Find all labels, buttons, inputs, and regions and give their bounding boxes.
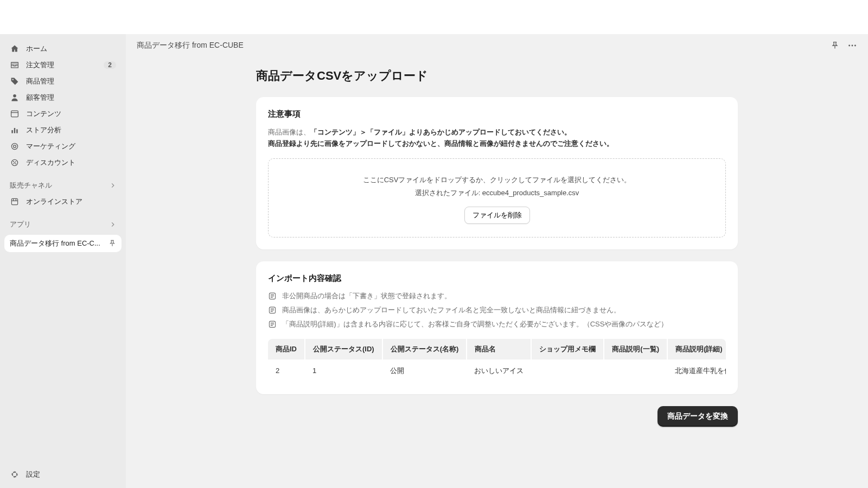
dropzone-instruction: ここにCSVファイルをドロップするか、クリックしてファイルを選択してください。 <box>277 175 717 185</box>
discount-icon <box>10 158 20 168</box>
sidebar-item-label: 顧客管理 <box>26 93 116 102</box>
import-note-text: 非公開商品の場合は「下書き」状態で登録されます。 <box>282 291 451 301</box>
import-confirm-card: インポート内容確認 非公開商品の場合は「下書き」状態で登録されます。 商品画像は… <box>256 261 738 394</box>
sidebar-app-pill[interactable]: 商品データ移行 from EC-C... <box>4 235 122 252</box>
app-title: 商品データ移行 from EC-CUBE <box>137 41 244 50</box>
notice-line1-bold: 「コンテンツ」＞「ファイル」よりあらかじめアップロードしておいてください。 <box>310 128 571 136</box>
svg-point-7 <box>14 145 16 148</box>
sidebar-item-label: マーケティング <box>26 142 116 151</box>
svg-point-1 <box>13 94 16 98</box>
orders-badge: 2 <box>104 61 116 69</box>
person-icon <box>10 93 20 102</box>
gear-icon <box>10 470 20 479</box>
app-pill-label: 商品データ移行 from EC-C... <box>10 239 100 248</box>
sidebar-item-orders[interactable]: 注文管理 2 <box>4 57 122 73</box>
svg-point-10 <box>848 45 850 47</box>
notice-line2-bold: 商品登録より先に画像をアップロードしておかないと、商品情報と画像が紐付きませんの… <box>268 139 614 147</box>
pin-icon[interactable] <box>108 240 116 247</box>
convert-button[interactable]: 商品データを変換 <box>658 406 738 427</box>
notice-card: 注意事項 商品画像は、「コンテンツ」＞「ファイル」よりあらかじめアップロードして… <box>256 97 738 249</box>
svg-point-6 <box>11 143 17 149</box>
col-product-name: 商品名 <box>467 339 531 359</box>
col-publish-status-id: 公開ステータス(ID) <box>305 339 382 359</box>
apps-label: アプリ <box>10 220 31 229</box>
svg-rect-5 <box>16 129 17 133</box>
cell: 1 <box>305 359 382 382</box>
sidebar-item-analytics[interactable]: ストア分析 <box>4 122 122 138</box>
sidebar-item-products[interactable]: 商品管理 <box>4 73 122 89</box>
home-icon <box>10 44 20 54</box>
svg-rect-9 <box>11 198 17 204</box>
note-icon <box>268 320 277 329</box>
svg-point-12 <box>854 45 856 47</box>
main-content: 商品データ移行 from EC-CUBE 商品データCSVをアップロード 注意事… <box>126 34 868 488</box>
notice-heading: 注意事項 <box>268 109 726 119</box>
table-row: 2 1 公開 おいしいアイス 北海道産牛乳を使用したおい <box>268 359 726 382</box>
cell <box>604 359 667 382</box>
sidebar-item-label: ストア分析 <box>26 125 116 135</box>
sidebar-item-label: オンラインストア <box>26 197 116 207</box>
topbar-spacer <box>0 0 868 34</box>
sidebar-item-online-store[interactable]: オンラインストア <box>4 194 122 210</box>
cell: 2 <box>268 359 305 382</box>
svg-rect-3 <box>11 130 12 133</box>
sidebar-item-label: ディスカウント <box>26 158 116 168</box>
col-publish-status-name: 公開ステータス(名称) <box>382 339 467 359</box>
col-description-list: 商品説明(一覧) <box>604 339 667 359</box>
chevron-right-icon <box>110 182 116 189</box>
import-note: 非公開商品の場合は「下書き」状態で登録されます。 <box>268 291 726 301</box>
import-note-text: 商品画像は、あらかじめアップロードしておいたファイル名と完全一致しないと商品情報… <box>282 305 621 315</box>
col-description-detail: 商品説明(詳細) <box>667 339 726 359</box>
import-heading: インポート内容確認 <box>268 273 726 284</box>
import-table: 商品ID 公開ステータス(ID) 公開ステータス(名称) 商品名 ショップ用メモ… <box>268 339 726 382</box>
import-note: 商品画像は、あらかじめアップロードしておいたファイル名と完全一致しないと商品情報… <box>268 305 726 315</box>
import-note: 「商品説明(詳細)」は含まれる内容に応じて、お客様ご自身で調整いただく必要がござ… <box>268 319 726 329</box>
sidebar-item-home[interactable]: ホーム <box>4 41 122 57</box>
sidebar-item-settings[interactable]: 設定 <box>4 465 122 484</box>
page-title: 商品データCSVをアップロード <box>256 68 738 84</box>
cell: おいしいアイス <box>467 359 531 382</box>
col-product-id: 商品ID <box>268 339 305 359</box>
sidebar-item-label: 注文管理 <box>26 60 97 70</box>
note-icon <box>268 306 277 314</box>
svg-point-11 <box>852 45 853 47</box>
svg-rect-2 <box>11 111 18 117</box>
chevron-right-icon <box>110 221 116 228</box>
sidebar-item-customers[interactable]: 顧客管理 <box>4 89 122 106</box>
delete-file-button[interactable]: ファイルを削除 <box>464 207 530 224</box>
more-icon[interactable] <box>847 41 857 50</box>
sidebar-item-discounts[interactable]: ディスカウント <box>4 155 122 171</box>
table-header-row: 商品ID 公開ステータス(ID) 公開ステータス(名称) 商品名 ショップ用メモ… <box>268 339 726 359</box>
csv-dropzone[interactable]: ここにCSVファイルをドロップするか、クリックしてファイルを選択してください。 … <box>268 158 726 237</box>
settings-label: 設定 <box>26 470 40 479</box>
apps-header[interactable]: アプリ <box>4 216 122 233</box>
note-icon <box>268 292 277 300</box>
sidebar-item-label: ホーム <box>26 44 116 54</box>
inbox-icon <box>10 60 20 70</box>
pin-icon[interactable] <box>830 41 840 50</box>
cell <box>531 359 604 382</box>
target-icon <box>10 142 20 151</box>
sidebar-item-label: 商品管理 <box>26 76 116 86</box>
page-header: 商品データ移行 from EC-CUBE <box>126 34 868 57</box>
analytics-icon <box>10 125 20 135</box>
svg-rect-4 <box>14 128 15 133</box>
sales-channel-header[interactable]: 販売チャネル <box>4 177 122 194</box>
content-icon <box>10 109 20 119</box>
import-table-wrap: 商品ID 公開ステータス(ID) 公開ステータス(名称) 商品名 ショップ用メモ… <box>268 339 726 382</box>
cell: 北海道産牛乳を使用したおい <box>667 359 726 382</box>
notice-line1-light: 商品画像は、 <box>268 128 310 136</box>
selected-file-name: eccube4_products_sample.csv <box>482 189 579 197</box>
sidebar-item-label: コンテンツ <box>26 109 116 119</box>
sidebar-item-content[interactable]: コンテンツ <box>4 106 122 122</box>
store-icon <box>10 197 20 207</box>
import-note-text: 「商品説明(詳細)」は含まれる内容に応じて、お客様ご自身で調整いただく必要がござ… <box>282 319 668 329</box>
tag-icon <box>10 76 20 86</box>
cell: 公開 <box>382 359 467 382</box>
col-shop-memo: ショップ用メモ欄 <box>531 339 604 359</box>
selected-file-prefix: 選択されたファイル: <box>415 189 482 197</box>
sidebar-item-marketing[interactable]: マーケティング <box>4 138 122 155</box>
svg-point-0 <box>12 79 14 80</box>
sidebar: ホーム 注文管理 2 商品管理 顧客管理 コンテンツ <box>0 34 126 488</box>
sales-channel-label: 販売チャネル <box>10 181 52 190</box>
